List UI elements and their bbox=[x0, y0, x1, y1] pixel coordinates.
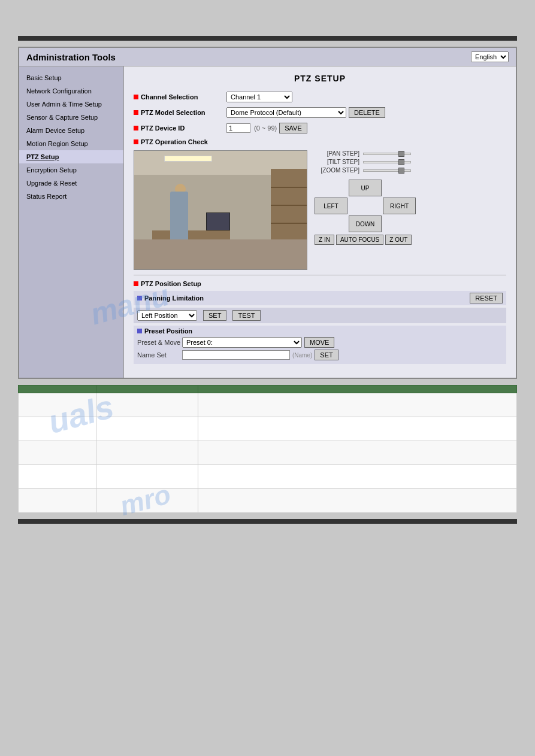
panning-set-button[interactable]: SET bbox=[203, 310, 226, 321]
panning-limitation-row: Panning Limitation RESET bbox=[134, 291, 506, 305]
ptz-model-row: PTZ Model Selection Dome Protocol (Defau… bbox=[134, 107, 506, 118]
sidebar-item-sensor-capture[interactable]: Sensor & Capture Setup bbox=[19, 111, 123, 124]
sidebar-item-status-report[interactable]: Status Report bbox=[19, 190, 123, 203]
ptz-model-label: PTZ Model Selection bbox=[134, 109, 226, 116]
table-row bbox=[19, 489, 517, 513]
pan-step-thumb bbox=[398, 151, 404, 157]
panning-controls: RESET bbox=[467, 293, 503, 303]
preset-move-row: Preset & Move Preset 0: MOVE bbox=[137, 337, 503, 348]
shelf-line-2 bbox=[271, 205, 307, 206]
sidebar-item-ptz-setup[interactable]: PTZ Setup bbox=[19, 150, 123, 163]
table-cell-2-3 bbox=[198, 417, 517, 441]
scene-monitor bbox=[206, 212, 230, 230]
save-button[interactable]: SAVE bbox=[279, 123, 307, 133]
table-header-col3 bbox=[198, 385, 517, 393]
operation-indicator bbox=[134, 139, 138, 144]
device-id-indicator bbox=[134, 126, 138, 130]
channel-select[interactable]: Channel 1 bbox=[226, 92, 292, 102]
sidebar-item-encryption[interactable]: Encryption Setup bbox=[19, 163, 123, 177]
sidebar-item-basic-setup[interactable]: Basic Setup bbox=[19, 71, 123, 84]
bottom-table bbox=[18, 385, 517, 513]
admin-body: Basic Setup Network Configuration User A… bbox=[19, 66, 516, 378]
direction-grid: UP LEFT RIGHT DOWN bbox=[315, 180, 416, 232]
preset-indicator bbox=[137, 329, 142, 333]
ptz-device-id-label: PTZ Device ID bbox=[134, 125, 226, 132]
sidebar-item-alarm-device[interactable]: Alarm Device Setup bbox=[19, 124, 123, 137]
device-id-range: (0 ~ 99) bbox=[254, 125, 277, 132]
sidebar-item-motion-region[interactable]: Motion Region Setup bbox=[19, 137, 123, 150]
left-button[interactable]: LEFT bbox=[315, 198, 347, 214]
zoom-step-slider[interactable] bbox=[363, 169, 411, 172]
table-cell-1-2 bbox=[96, 393, 198, 417]
table-cell-4-1 bbox=[19, 465, 96, 489]
preset-select[interactable]: Preset 0: bbox=[182, 337, 302, 348]
bottom-bar bbox=[18, 519, 517, 524]
position-setup-indicator bbox=[134, 281, 138, 286]
table-cell-5-2 bbox=[96, 489, 198, 513]
right-button[interactable]: RIGHT bbox=[383, 198, 416, 214]
camera-scene bbox=[134, 151, 307, 269]
zoom-step-row: [ZOOM STEP] bbox=[315, 167, 506, 174]
table-row bbox=[19, 441, 517, 465]
preset-move-label: Preset & Move bbox=[137, 339, 182, 346]
step-controls: [PAN STEP] [TILT STEP] bbox=[307, 150, 506, 270]
name-set-button[interactable]: SET bbox=[315, 350, 338, 360]
position-select[interactable]: Left Position bbox=[137, 310, 197, 321]
top-bar bbox=[18, 36, 517, 41]
language-selector-container: English bbox=[471, 51, 509, 62]
pan-step-slider[interactable] bbox=[363, 153, 411, 155]
pan-step-label: [PAN STEP] bbox=[315, 150, 359, 157]
table-header-col1 bbox=[19, 385, 96, 393]
device-id-input[interactable] bbox=[226, 123, 250, 133]
scene-lights bbox=[164, 156, 212, 162]
model-indicator bbox=[134, 110, 138, 115]
move-button[interactable]: MOVE bbox=[304, 337, 334, 348]
zoom-step-label: [ZOOM STEP] bbox=[315, 167, 359, 174]
ptz-position-setup-label: PTZ Position Setup bbox=[134, 280, 506, 287]
table-cell-3-2 bbox=[96, 441, 198, 465]
page-title: PTZ SETUP bbox=[134, 74, 506, 83]
autofocus-button[interactable]: AUTO FOCUS bbox=[336, 235, 383, 245]
sidebar-item-network-config[interactable]: Network Configuration bbox=[19, 84, 123, 98]
panning-test-button[interactable]: TEST bbox=[232, 310, 260, 321]
tilt-step-row: [TILT STEP] bbox=[315, 159, 506, 165]
tilt-step-thumb bbox=[398, 159, 404, 165]
scene-floor bbox=[134, 239, 307, 269]
model-select[interactable]: Dome Protocol (Default) bbox=[226, 107, 346, 118]
sidebar-item-user-admin[interactable]: User Admin & Time Setup bbox=[19, 98, 123, 111]
table-header-col2 bbox=[96, 385, 198, 393]
empty-topleft bbox=[315, 180, 347, 196]
panning-limitation-label: Panning Limitation bbox=[137, 294, 204, 302]
table-row bbox=[19, 465, 517, 489]
table-cell-3-1 bbox=[19, 441, 96, 465]
section-divider bbox=[134, 275, 506, 275]
zoom-step-thumb bbox=[398, 168, 404, 174]
preset-position-title: Preset Position bbox=[137, 327, 503, 335]
channel-indicator bbox=[134, 95, 138, 99]
ptz-operation-label-row: PTZ Operation Check bbox=[134, 138, 506, 145]
panning-position-row: Left Position SET TEST bbox=[134, 308, 506, 323]
ptz-operation-area: [PAN STEP] [TILT STEP] bbox=[134, 150, 506, 270]
empty-topright bbox=[383, 180, 416, 196]
preset-position-section: Preset Position Preset & Move Preset 0: … bbox=[134, 326, 506, 364]
direction-area: UP LEFT RIGHT DOWN bbox=[315, 180, 506, 232]
delete-button[interactable]: DELETE bbox=[349, 107, 385, 118]
name-set-label: Name Set bbox=[137, 351, 182, 359]
tilt-step-slider[interactable] bbox=[363, 161, 411, 163]
camera-preview bbox=[134, 150, 307, 270]
zin-button[interactable]: Z IN bbox=[315, 235, 334, 245]
name-input[interactable] bbox=[182, 350, 290, 360]
table-cell-3-3 bbox=[198, 441, 517, 465]
admin-header: Administration Tools English bbox=[19, 48, 516, 66]
sidebar-item-upgrade-reset[interactable]: Upgrade & Reset bbox=[19, 177, 123, 190]
table-row bbox=[19, 417, 517, 441]
ptz-device-id-row: PTZ Device ID (0 ~ 99) SAVE bbox=[134, 123, 506, 133]
tilt-step-label: [TILT STEP] bbox=[315, 159, 359, 165]
panning-reset-button[interactable]: RESET bbox=[470, 293, 503, 303]
table-cell-1-1 bbox=[19, 393, 96, 417]
language-select[interactable]: English bbox=[471, 51, 509, 62]
zout-button[interactable]: Z OUT bbox=[385, 235, 412, 245]
down-button[interactable]: DOWN bbox=[349, 215, 382, 232]
pan-step-row: [PAN STEP] bbox=[315, 150, 506, 157]
up-button[interactable]: UP bbox=[349, 180, 382, 196]
